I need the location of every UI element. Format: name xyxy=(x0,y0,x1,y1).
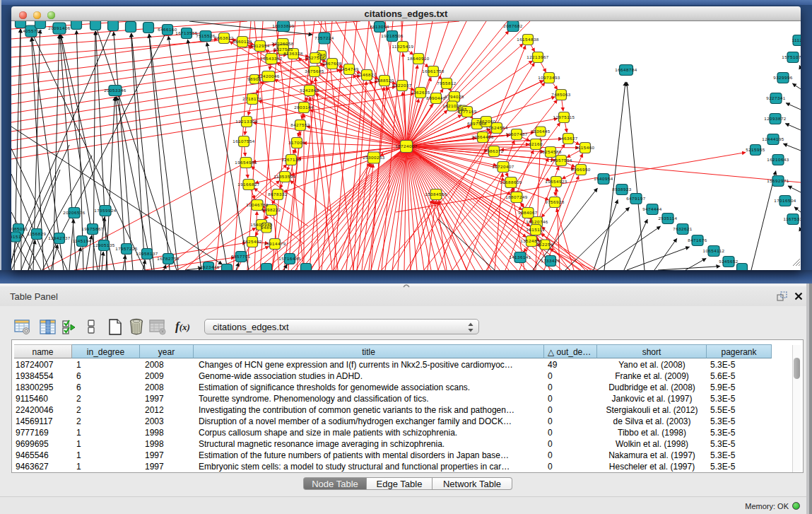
svg-text:1615112: 1615112 xyxy=(526,227,545,232)
svg-text:15692971: 15692971 xyxy=(767,178,789,183)
svg-text:7357224: 7357224 xyxy=(314,35,334,40)
svg-text:7955812: 7955812 xyxy=(437,81,457,86)
svg-text:7485063: 7485063 xyxy=(551,92,571,97)
svg-text:1733426: 1733426 xyxy=(541,258,560,263)
svg-text:14957594: 14957594 xyxy=(550,158,572,163)
svg-text:7663822: 7663822 xyxy=(214,35,234,40)
svg-text:16107554: 16107554 xyxy=(233,139,255,144)
svg-text:12942737: 12942737 xyxy=(48,235,71,240)
svg-text:9474444: 9474444 xyxy=(642,206,662,211)
svg-text:15751074: 15751074 xyxy=(782,54,801,59)
svg-text:9227341: 9227341 xyxy=(766,95,786,100)
svg-text:9084067: 9084067 xyxy=(518,210,538,215)
svg-text:252254: 252254 xyxy=(536,242,553,247)
svg-text:14136141: 14136141 xyxy=(509,255,531,259)
svg-text:8427552: 8427552 xyxy=(290,122,310,127)
svg-text:2536445: 2536445 xyxy=(531,129,551,134)
svg-text:9756928: 9756928 xyxy=(545,199,565,204)
svg-text:9527508: 9527508 xyxy=(305,55,325,60)
svg-text:18807249: 18807249 xyxy=(505,194,528,199)
svg-text:3675685: 3675685 xyxy=(305,69,324,74)
svg-text:7625402: 7625402 xyxy=(242,239,262,244)
svg-text:8938923: 8938923 xyxy=(612,187,632,192)
svg-text:8454749: 8454749 xyxy=(339,66,359,71)
svg-text:10254588: 10254588 xyxy=(539,149,562,154)
svg-text:1362635: 1362635 xyxy=(411,90,430,95)
svg-text:2803144: 2803144 xyxy=(294,105,314,110)
svg-text:62160: 62160 xyxy=(529,141,543,146)
svg-text:12905135: 12905135 xyxy=(93,243,115,247)
svg-text:9115460: 9115460 xyxy=(575,145,594,150)
svg-text:15720407: 15720407 xyxy=(492,164,514,169)
svg-text:10973493: 10973493 xyxy=(538,75,560,80)
svg-text:1640954: 1640954 xyxy=(594,176,613,181)
svg-text:10046788: 10046788 xyxy=(246,202,269,207)
svg-text:16120746: 16120746 xyxy=(526,219,548,224)
svg-text:16543362: 16543362 xyxy=(260,56,283,61)
svg-text:10654112: 10654112 xyxy=(702,248,724,253)
svg-text:98901: 98901 xyxy=(247,76,261,81)
svg-text:8813054: 8813054 xyxy=(370,24,389,29)
svg-text:9329996: 9329996 xyxy=(773,75,793,80)
svg-text:8678332: 8678332 xyxy=(268,192,288,197)
svg-text:2085061: 2085061 xyxy=(11,226,28,231)
svg-text:18724007: 18724007 xyxy=(395,144,418,148)
svg-text:9463627: 9463627 xyxy=(558,136,578,141)
svg-text:17016504: 17016504 xyxy=(774,198,796,203)
svg-text:8660124: 8660124 xyxy=(233,39,252,44)
svg-text:8996950: 8996950 xyxy=(571,167,591,172)
svg-text:7986372: 7986372 xyxy=(484,148,504,153)
svg-text:12213967: 12213967 xyxy=(526,54,549,59)
svg-text:2867608: 2867608 xyxy=(322,61,342,66)
svg-text:16210643: 16210643 xyxy=(767,157,789,162)
svg-text:9498222: 9498222 xyxy=(261,207,281,212)
svg-text:11121: 11121 xyxy=(792,37,801,42)
svg-text:12444195: 12444195 xyxy=(762,136,784,141)
svg-text:391517: 391517 xyxy=(11,234,24,239)
svg-text:14055712: 14055712 xyxy=(20,28,42,33)
svg-text:8471676: 8471676 xyxy=(688,238,707,243)
svg-text:19218506: 19218506 xyxy=(381,33,404,38)
svg-text:18640910: 18640910 xyxy=(407,56,430,61)
svg-text:16961758: 16961758 xyxy=(422,69,445,74)
svg-text:19166827: 19166827 xyxy=(237,182,260,187)
svg-text:7462060: 7462060 xyxy=(476,119,496,124)
svg-text:12975115: 12975115 xyxy=(553,115,575,119)
svg-text:1156829: 1156829 xyxy=(27,231,46,236)
svg-text:10688609: 10688609 xyxy=(500,180,522,185)
svg-text:9146821: 9146821 xyxy=(357,72,377,77)
svg-text:17957225: 17957225 xyxy=(115,246,138,251)
svg-text:2588520: 2588520 xyxy=(375,78,394,83)
svg-text:19975867: 19975867 xyxy=(81,226,104,231)
svg-text:12093872: 12093872 xyxy=(764,116,787,121)
svg-text:15716485: 15716485 xyxy=(278,256,301,261)
svg-text:20091406: 20091406 xyxy=(48,25,71,30)
svg-text:16713555: 16713555 xyxy=(175,30,198,35)
svg-text:9777169: 9777169 xyxy=(457,109,477,114)
svg-text:23226058: 23226058 xyxy=(271,41,294,46)
svg-text:1167533: 1167533 xyxy=(783,216,801,221)
svg-text:16782759: 16782759 xyxy=(157,256,180,261)
svg-text:16033809: 16033809 xyxy=(272,23,295,28)
svg-text:8990448: 8990448 xyxy=(426,95,446,100)
svg-text:19654985: 19654985 xyxy=(235,160,257,165)
svg-text:25300253: 25300253 xyxy=(363,155,385,160)
svg-text:8136328: 8136328 xyxy=(283,51,303,56)
svg-text:9245652: 9245652 xyxy=(719,259,739,264)
svg-text:11325419: 11325419 xyxy=(392,44,413,49)
svg-text:9489: 9489 xyxy=(261,225,272,230)
svg-text:12923446: 12923446 xyxy=(197,264,220,269)
svg-text:13624554: 13624554 xyxy=(486,125,508,130)
svg-text:12213309: 12213309 xyxy=(235,119,258,124)
svg-text:317006: 317006 xyxy=(288,140,305,145)
svg-text:20364436: 20364436 xyxy=(471,134,494,139)
svg-text:20053346: 20053346 xyxy=(104,88,126,93)
svg-text:3267130: 3267130 xyxy=(281,157,301,162)
svg-text:19654923: 19654923 xyxy=(545,179,567,184)
svg-text:17359924: 17359924 xyxy=(94,208,117,213)
svg-text:9857791: 9857791 xyxy=(231,254,251,259)
svg-text:6794028: 6794028 xyxy=(445,94,464,99)
svg-text:7632621: 7632621 xyxy=(673,226,693,231)
svg-text:8322037: 8322037 xyxy=(392,83,412,88)
svg-text:6479197: 6479197 xyxy=(626,196,646,201)
